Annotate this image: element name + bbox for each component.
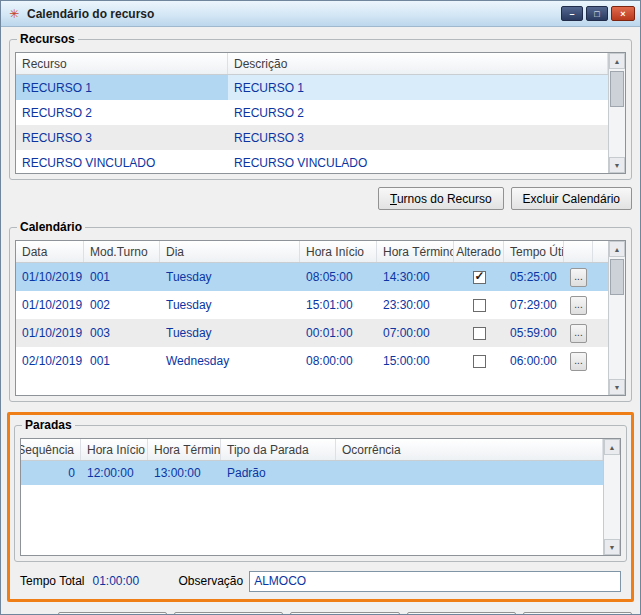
cell-descricao: RECURSO 3 <box>228 125 608 150</box>
scrollbar-thumb[interactable] <box>610 259 624 295</box>
paradas-row-selected[interactable]: 0 12:00:00 13:00:00 Padrão <box>21 461 603 485</box>
calendario-row-selected[interactable]: 01/10/2019 001 Tuesday 08:05:00 14:30:00… <box>16 263 608 291</box>
calendario-row[interactable]: 01/10/2019 003 Tuesday 00:01:00 07:00:00… <box>16 319 608 347</box>
cell-detail: ... <box>564 263 593 291</box>
minimize-button[interactable]: – <box>561 6 583 21</box>
scroll-down-icon[interactable]: ▼ <box>604 539 620 555</box>
maximize-button[interactable]: □ <box>586 6 608 21</box>
cell-recurso: RECURSO 1 <box>16 75 228 100</box>
cell-alterado <box>454 347 504 375</box>
cell-hora-termino: 23:30:00 <box>377 291 454 319</box>
recursos-grid-header: Recurso Descrição <box>16 53 608 75</box>
recursos-grid-main: Recurso Descrição RECURSO 1 RECURSO 1 RE… <box>16 53 608 173</box>
paradas-footer: Tempo Total 01:00:00 Observação <box>20 570 621 592</box>
scrollbar-thumb[interactable] <box>610 71 624 107</box>
column-header-dia[interactable]: Dia <box>160 241 300 262</box>
cell-hora-inicio: 08:05:00 <box>300 263 377 291</box>
cell-hora-inicio: 12:00:00 <box>81 461 148 485</box>
column-header-detail <box>564 241 593 262</box>
row-detail-button[interactable]: ... <box>570 324 587 343</box>
cell-mod-turno: 002 <box>84 291 160 319</box>
cell-descricao: RECURSO 1 <box>228 75 608 100</box>
column-header-alterado[interactable]: Alterado <box>454 241 504 262</box>
scroll-up-icon[interactable]: ▲ <box>609 241 625 257</box>
calendario-groupbox: Calendário Data Mod.Turno Dia Hora Iníci… <box>9 227 632 402</box>
cell-sequencia: 0 <box>21 461 81 485</box>
cell-recurso: RECURSO 2 <box>16 100 228 125</box>
calendario-row[interactable]: 02/10/2019 001 Wednesday 08:00:00 15:00:… <box>16 347 608 375</box>
calendario-row[interactable]: 01/10/2019 002 Tuesday 15:01:00 23:30:00… <box>16 291 608 319</box>
scroll-up-icon[interactable]: ▲ <box>609 53 625 69</box>
cell-hora-termino: 07:00:00 <box>377 319 454 347</box>
paradas-scrollbar: ▲ ▼ <box>603 439 620 555</box>
recursos-group-label: Recursos <box>17 32 78 46</box>
column-header-descricao[interactable]: Descrição <box>228 53 608 74</box>
scrollbar-track[interactable] <box>609 257 625 379</box>
paradas-grid: Sequência Hora Início Hora Término Tipo … <box>20 438 621 556</box>
column-header-hora-termino[interactable]: Hora Término <box>377 241 454 262</box>
column-header-hora-termino[interactable]: Hora Término <box>148 439 221 460</box>
tempo-total-value: 01:00:00 <box>92 574 156 588</box>
recursos-row[interactable]: RECURSO 2 RECURSO 2 <box>16 100 608 125</box>
turnos-do-recurso-button[interactable]: Turnos do Recurso <box>378 187 504 210</box>
recursos-row-selected[interactable]: RECURSO 1 RECURSO 1 <box>16 75 608 100</box>
cell-mod-turno: 001 <box>84 347 160 375</box>
calendario-grid: Data Mod.Turno Dia Hora Início Hora Térm… <box>15 240 626 396</box>
cell-mod-turno: 001 <box>84 263 160 291</box>
column-header-hora-inicio[interactable]: Hora Início <box>300 241 377 262</box>
recursos-row[interactable]: RECURSO 3 RECURSO 3 <box>16 125 608 150</box>
cell-hora-termino: 13:00:00 <box>148 461 221 485</box>
empty-rows-area <box>21 485 603 555</box>
alterado-checkbox[interactable] <box>473 355 486 368</box>
paradas-group-label: Paradas <box>22 418 75 432</box>
scroll-down-icon[interactable]: ▼ <box>609 379 625 395</box>
alterado-checkbox[interactable] <box>473 271 486 284</box>
recursos-actions: Turnos do Recurso Excluir Calendário <box>9 187 632 210</box>
scrollbar-track[interactable] <box>609 69 625 157</box>
cell-hora-inicio: 15:01:00 <box>300 291 377 319</box>
column-header-mod-turno[interactable]: Mod.Turno <box>84 241 160 262</box>
tempo-total-label: Tempo Total <box>20 574 84 588</box>
observacao-label: Observação <box>178 574 243 588</box>
observacao-input[interactable] <box>249 571 621 592</box>
column-header-tempo-util[interactable]: Tempo Útil <box>504 241 564 262</box>
recursos-row[interactable]: RECURSO VINCULADO RECURSO VINCULADO <box>16 150 608 173</box>
alterado-checkbox[interactable] <box>473 299 486 312</box>
dialog-window: ✳ Calendário do recurso – □ × Recursos R… <box>0 0 641 615</box>
paradas-grid-header: Sequência Hora Início Hora Término Tipo … <box>21 439 603 461</box>
button-label: Excluir Calendário <box>523 192 620 206</box>
row-detail-button[interactable]: ... <box>570 352 587 371</box>
cell-descricao: RECURSO VINCULADO <box>228 150 608 173</box>
cell-data: 01/10/2019 <box>16 319 84 347</box>
button-accel: T <box>390 192 397 206</box>
cell-ocorrencia <box>336 461 603 485</box>
recursos-grid-body: RECURSO 1 RECURSO 1 RECURSO 2 RECURSO 2 … <box>16 75 608 173</box>
column-header-hora-inicio[interactable]: Hora Início <box>81 439 148 460</box>
cell-mod-turno: 003 <box>84 319 160 347</box>
calendario-grid-header: Data Mod.Turno Dia Hora Início Hora Térm… <box>16 241 608 263</box>
window-controls: – □ × <box>561 6 635 21</box>
excluir-calendario-button[interactable]: Excluir Calendário <box>511 187 632 210</box>
column-header-sequencia[interactable]: Sequência <box>21 439 81 460</box>
app-icon: ✳ <box>6 6 22 22</box>
column-header-data[interactable]: Data <box>16 241 84 262</box>
paradas-groupbox: Paradas Sequência Hora Início Hora Térmi… <box>14 425 627 562</box>
cell-dia: Tuesday <box>160 291 300 319</box>
cell-recurso: RECURSO VINCULADO <box>16 150 228 173</box>
column-header-tipo-parada[interactable]: Tipo da Parada <box>221 439 336 460</box>
cell-hora-inicio: 08:00:00 <box>300 347 377 375</box>
cell-dia: Tuesday <box>160 319 300 347</box>
cell-data: 01/10/2019 <box>16 263 84 291</box>
cell-hora-termino: 14:30:00 <box>377 263 454 291</box>
alterado-checkbox[interactable] <box>473 327 486 340</box>
row-detail-button[interactable]: ... <box>570 268 587 287</box>
column-header-recurso[interactable]: Recurso <box>16 53 228 74</box>
cell-dia: Wednesday <box>160 347 300 375</box>
scrollbar-track[interactable] <box>604 455 620 539</box>
scroll-up-icon[interactable]: ▲ <box>604 439 620 455</box>
scroll-down-icon[interactable]: ▼ <box>609 157 625 173</box>
column-header-ocorrencia[interactable]: Ocorrência <box>336 439 603 460</box>
cell-tempo-util: 07:29:00 <box>504 291 564 319</box>
row-detail-button[interactable]: ... <box>570 296 587 315</box>
close-button[interactable]: × <box>611 6 635 21</box>
